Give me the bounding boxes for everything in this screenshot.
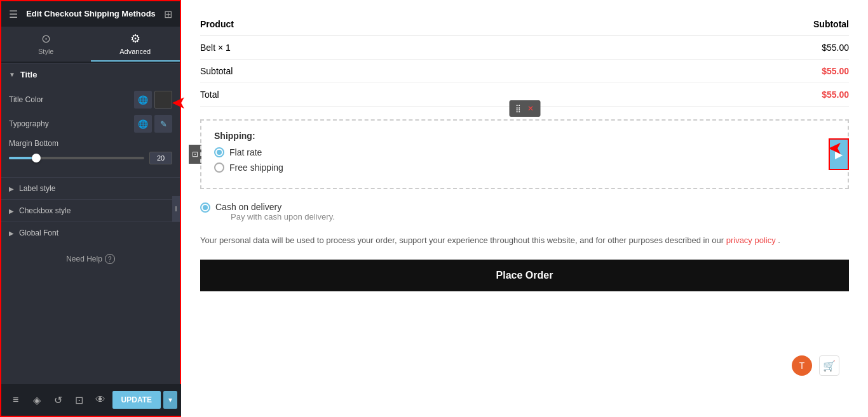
title-section-label: Title (20, 70, 37, 79)
total-label: Total (200, 83, 515, 107)
move-handle[interactable]: ⊡ (189, 145, 201, 164)
resize-handle[interactable]: ‖ (172, 196, 180, 222)
cash-on-delivery-option[interactable]: Cash on delivery Pay with cash upon deli… (200, 202, 849, 222)
product-name: Belt × 1 (200, 36, 515, 60)
panel-header: ☰ Edit Checkout Shipping Methods ⊞ (1, 1, 180, 27)
product-price: $55.00 (515, 36, 849, 60)
label-style-label: Label style (19, 184, 55, 193)
widget-move-icon[interactable]: ⣿ (513, 103, 524, 114)
checkbox-style-label: Checkbox style (19, 206, 71, 215)
label-style-arrow-icon: ▶ (9, 185, 14, 192)
content-inner: Product Subtotal Belt × 1 $55.00 Subtota… (181, 0, 868, 317)
label-style-section[interactable]: ▶ Label style (1, 177, 180, 199)
title-color-controls: 🌐 (134, 91, 172, 109)
subtotal-row: Subtotal $55.00 (200, 60, 849, 83)
style-icon: ⊙ (41, 32, 51, 46)
privacy-period: . (778, 235, 780, 245)
slider-track[interactable] (9, 157, 144, 159)
shipping-label: Shipping: (214, 131, 835, 141)
slider-value[interactable]: 20 (149, 152, 172, 164)
slider-controls: 20 (9, 152, 172, 164)
panel-sections: ▼ Title Title Color 🌐 Typography 🌐 ✎ (1, 63, 180, 416)
need-help[interactable]: Need Help ? (1, 244, 180, 274)
checkbox-style-arrow-icon: ▶ (9, 208, 14, 215)
grid-icon[interactable]: ⊞ (164, 8, 172, 20)
margin-bottom-label: Margin Bottom (9, 139, 172, 148)
tabs-row: ⊙ Style ⚙ Advanced (1, 27, 180, 63)
tab-advanced[interactable]: ⚙ Advanced (91, 27, 180, 62)
title-color-swatch[interactable] (154, 91, 172, 109)
shipping-widget: Shipping: Flat rate Free shipping ▶ (200, 119, 849, 189)
bottom-toolbar: ≡ ◈ ↺ ⊡ 👁 UPDATE ▾ (1, 384, 182, 416)
advanced-icon: ⚙ (130, 32, 140, 46)
update-dropdown-button[interactable]: ▾ (163, 391, 177, 409)
title-arrow-icon: ▼ (9, 71, 15, 78)
orange-fab[interactable]: T (792, 355, 812, 376)
order-table: Product Subtotal Belt × 1 $55.00 Subtota… (200, 13, 849, 107)
right-content: Product Subtotal Belt × 1 $55.00 Subtota… (181, 0, 868, 417)
typography-controls: 🌐 ✎ (134, 115, 172, 133)
typography-edit-button[interactable]: ✎ (154, 115, 172, 133)
cart-icon-button[interactable]: 🛒 (819, 355, 839, 376)
title-color-globe-button[interactable]: 🌐 (134, 91, 152, 109)
free-shipping-label: Free shipping (229, 162, 283, 173)
global-font-arrow-icon: ▶ (9, 230, 14, 237)
title-section-body: Title Color 🌐 Typography 🌐 ✎ Margin Bott… (1, 86, 180, 177)
title-section-header[interactable]: ▼ Title (1, 63, 180, 86)
payment-option-details: Cash on delivery Pay with cash upon deli… (215, 202, 335, 222)
widget-toolbar: ⣿ ✕ (509, 100, 540, 117)
preview-icon[interactable]: 👁 (91, 390, 109, 410)
col-subtotal: Subtotal (515, 13, 849, 36)
free-shipping-option[interactable]: Free shipping (214, 162, 835, 173)
typography-row: Typography 🌐 ✎ (9, 115, 172, 133)
checkbox-style-section[interactable]: ▶ Checkbox style (1, 199, 180, 222)
elements-icon[interactable]: ◈ (27, 390, 46, 410)
privacy-notice: Your personal data will be used to proce… (200, 234, 849, 247)
need-help-label: Need Help (66, 255, 102, 263)
tab-style-label: Style (38, 48, 53, 55)
tab-style[interactable]: ⊙ Style (1, 27, 91, 62)
hamburger-icon[interactable]: ☰ (9, 8, 18, 20)
title-color-row: Title Color 🌐 (9, 91, 172, 109)
payment-description: Pay with cash upon delivery. (231, 212, 335, 222)
cash-on-delivery-radio[interactable] (200, 202, 210, 213)
subtotal-label: Subtotal (200, 60, 515, 83)
payment-section: Cash on delivery Pay with cash upon deli… (200, 202, 849, 222)
blue-arrow-button[interactable]: ▶ (829, 138, 849, 170)
flat-rate-label: Flat rate (229, 147, 262, 157)
help-icon: ? (105, 254, 115, 264)
flat-rate-radio[interactable] (214, 147, 224, 157)
layers-icon[interactable]: ≡ (6, 390, 25, 410)
free-shipping-radio[interactable] (214, 162, 224, 173)
shipping-widget-container: ⣿ ✕ ⊡ Shipping: Flat rate Free shipping … (200, 119, 849, 189)
global-font-section[interactable]: ▶ Global Font (1, 222, 180, 244)
widget-close-icon[interactable]: ✕ (525, 103, 536, 114)
col-product: Product (200, 13, 515, 36)
total-value: $55.00 (515, 83, 849, 107)
title-color-label: Title Color (9, 95, 43, 104)
tab-advanced-label: Advanced (119, 48, 151, 55)
typography-label: Typography (9, 119, 49, 128)
margin-bottom-row: Margin Bottom 20 (9, 139, 172, 164)
panel-title: Edit Checkout Shipping Methods (18, 9, 164, 19)
global-font-label: Global Font (19, 228, 58, 237)
payment-label: Cash on delivery (215, 202, 335, 212)
table-row: Belt × 1 $55.00 (200, 36, 849, 60)
left-panel: ☰ Edit Checkout Shipping Methods ⊞ ⊙ Sty… (0, 0, 181, 417)
subtotal-value: $55.00 (515, 60, 849, 83)
privacy-text: Your personal data will be used to proce… (200, 235, 726, 245)
place-order-button[interactable]: Place Order (200, 260, 849, 291)
slider-thumb[interactable] (32, 154, 41, 162)
privacy-link[interactable]: privacy policy (726, 235, 778, 245)
flat-rate-option[interactable]: Flat rate (214, 147, 835, 157)
template-icon[interactable]: ⊡ (70, 390, 88, 410)
history-icon[interactable]: ↺ (49, 390, 67, 410)
typography-globe-button[interactable]: 🌐 (134, 115, 152, 133)
update-button[interactable]: UPDATE (112, 391, 161, 409)
